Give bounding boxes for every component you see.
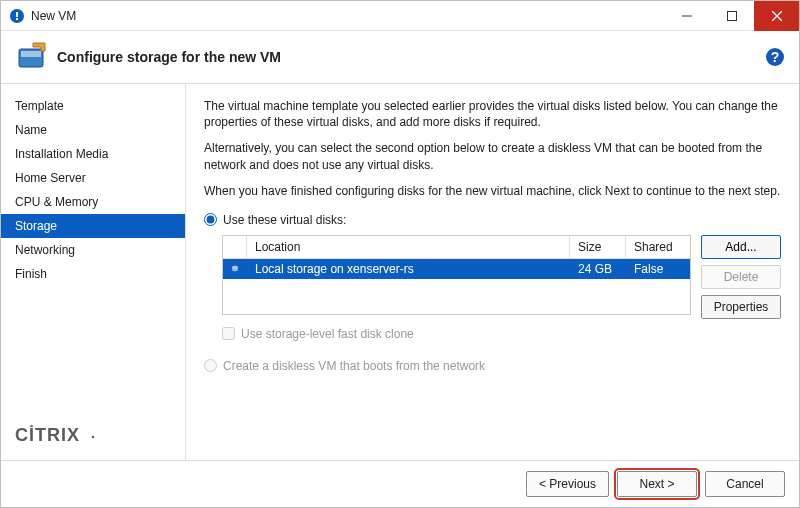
step-name[interactable]: Name <box>1 118 185 142</box>
titlebar: New VM <box>1 1 799 31</box>
step-template[interactable]: Template <box>1 94 185 118</box>
citrix-logo: CİTRIX <box>1 411 185 460</box>
radio-use-disks-label: Use these virtual disks: <box>223 213 346 227</box>
close-button[interactable] <box>754 1 799 31</box>
fast-clone-input <box>222 327 235 340</box>
cancel-button[interactable]: Cancel <box>705 471 785 497</box>
minimize-button[interactable] <box>664 1 709 31</box>
app-icon <box>9 8 25 24</box>
delete-disk-button: Delete <box>701 265 781 289</box>
storage-panel: The virtual machine template you selecte… <box>186 84 799 460</box>
col-shared[interactable]: Shared <box>626 236 690 258</box>
help-icon[interactable]: ? <box>765 47 785 67</box>
instruction-3: When you have finished configuring disks… <box>204 183 781 199</box>
svg-text:CİTRIX: CİTRIX <box>15 425 80 445</box>
storage-header-icon <box>15 41 47 73</box>
step-home-server[interactable]: Home Server <box>1 166 185 190</box>
disk-properties-button[interactable]: Properties <box>701 295 781 319</box>
col-size[interactable]: Size <box>570 236 626 258</box>
wizard-header: Configure storage for the new VM ? <box>1 31 799 84</box>
table-row[interactable]: Local storage on xenserver-rs 24 GB Fals… <box>223 259 690 279</box>
step-installation-media[interactable]: Installation Media <box>1 142 185 166</box>
new-vm-wizard: New VM Configure storage for the new VM … <box>0 0 800 508</box>
instruction-2: Alternatively, you can select the second… <box>204 140 781 172</box>
step-finish[interactable]: Finish <box>1 262 185 286</box>
fast-clone-checkbox: Use storage-level fast disk clone <box>222 327 781 341</box>
fast-clone-label: Use storage-level fast disk clone <box>241 327 414 341</box>
table-header: Location Size Shared <box>223 235 690 259</box>
add-disk-button[interactable]: Add... <box>701 235 781 259</box>
radio-diskless-label: Create a diskless VM that boots from the… <box>223 359 485 373</box>
page-title: Configure storage for the new VM <box>57 49 765 65</box>
radio-use-disks-input[interactable] <box>204 213 217 226</box>
virtual-disks-table: Location Size Shared Local storage on xe… <box>222 235 691 315</box>
cell-shared: False <box>626 259 690 279</box>
step-storage[interactable]: Storage <box>1 214 185 238</box>
svg-rect-5 <box>21 51 41 57</box>
wizard-footer: < Previous Next > Cancel <box>1 460 799 507</box>
svg-point-10 <box>92 436 94 438</box>
svg-rect-1 <box>16 12 18 17</box>
disk-icon <box>223 259 247 279</box>
next-button[interactable]: Next > <box>617 471 697 497</box>
cell-size: 24 GB <box>570 259 626 279</box>
svg-text:?: ? <box>771 49 780 65</box>
col-location[interactable]: Location <box>247 236 570 258</box>
radio-use-disks[interactable]: Use these virtual disks: <box>204 213 781 227</box>
svg-rect-3 <box>727 11 736 20</box>
wizard-steps: Template Name Installation Media Home Se… <box>1 84 186 460</box>
window-title: New VM <box>31 1 76 31</box>
previous-button[interactable]: < Previous <box>526 471 609 497</box>
cell-location: Local storage on xenserver-rs <box>247 259 570 279</box>
step-cpu-memory[interactable]: CPU & Memory <box>1 190 185 214</box>
instruction-1: The virtual machine template you selecte… <box>204 98 781 130</box>
radio-diskless: Create a diskless VM that boots from the… <box>204 359 781 373</box>
svg-rect-2 <box>16 18 18 20</box>
step-networking[interactable]: Networking <box>1 238 185 262</box>
radio-diskless-input <box>204 359 217 372</box>
maximize-button[interactable] <box>709 1 754 31</box>
